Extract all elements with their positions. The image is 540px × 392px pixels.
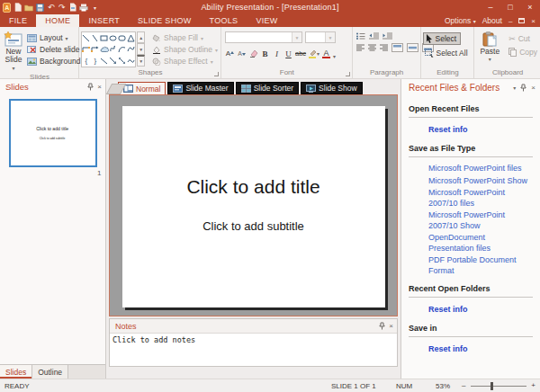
bold-button[interactable]: B [260,48,270,59]
shape-freeform-icon[interactable] [126,55,135,67]
shape-rounded-rect-icon[interactable] [117,32,126,44]
link-ppt-files[interactable]: Microsoft PowerPoint files [428,164,533,174]
tab-tools[interactable]: TOOLS [201,14,248,27]
increase-indent-button[interactable] [382,32,392,40]
export-icon[interactable] [68,2,76,13]
open-recent-reset-link[interactable]: Reset info [428,125,533,134]
select-button[interactable]: Select [423,32,462,45]
slide-editing-surface[interactable]: Click to add title Click to add subtitle [122,106,385,307]
shape-left-brace-icon[interactable]: { [82,55,91,67]
tab-file[interactable]: FILE [0,14,36,27]
shape-rectangle-icon[interactable] [100,32,109,44]
grow-font-button[interactable]: A [225,48,235,59]
zoom-slider-thumb[interactable] [490,382,493,390]
decrease-indent-button[interactable] [369,32,379,40]
font-color-button[interactable]: A [321,48,331,59]
shape-right-brace-icon[interactable]: } [91,55,100,67]
gallery-down-icon[interactable]: ▼ [137,43,145,55]
tab-slides-view[interactable]: Slides [0,365,32,379]
save-in-reset-link[interactable]: Reset info [428,344,533,353]
app-icon[interactable]: A [3,3,11,13]
qat-customize-chevron-icon[interactable]: ▾ [91,2,99,13]
undo-icon[interactable]: ↶ [47,2,55,13]
align-center-button[interactable] [368,44,376,51]
link-pdf[interactable]: PDF Portable Document Format [428,255,533,276]
tab-view[interactable]: VIEW [247,14,286,27]
view-tab-slide-show[interactable]: Slide Show [301,82,363,94]
tab-insert[interactable]: INSERT [79,14,129,27]
layout-button[interactable]: Layout▾ [25,32,82,43]
doc-restore-button[interactable] [518,18,525,23]
delete-slide-button[interactable]: Delete slide [25,44,82,55]
pin-icon[interactable] [379,322,385,330]
strikethrough-button[interactable]: abc [295,48,306,59]
gallery-more-icon[interactable]: ▼ [137,55,145,67]
close-button[interactable]: × [520,0,540,14]
font-name-combo[interactable]: ▼ [225,31,302,43]
zoom-out-button[interactable]: – [462,381,465,389]
underline-button[interactable]: U [284,48,293,59]
zoom-slider[interactable]: – + [462,379,536,392]
shape-fill-button[interactable]: Shape Fill▾ [150,32,220,43]
options-menu-button[interactable]: Options ▾ [445,16,476,25]
shape-curve-icon[interactable] [126,44,135,56]
shape-arc-icon[interactable] [117,44,126,56]
shape-double-arrow-icon[interactable] [117,55,126,67]
cut-button[interactable]: ✂ Cut [507,33,539,44]
tab-home[interactable]: HOME [36,14,79,27]
new-slide-button[interactable]: New Slide ▾ [2,29,25,73]
shape-cloud-icon[interactable] [100,44,109,56]
about-button[interactable]: About [482,16,502,25]
title-placeholder[interactable]: Click to add title [186,176,320,198]
font-size-combo[interactable]: ▼ [305,31,336,43]
clear-formatting-button[interactable] [248,48,258,59]
shape-outline-button[interactable]: Shape Outline▾ [150,44,220,55]
recent-panel-close-icon[interactable]: × [531,84,536,92]
maximize-button[interactable]: □ [500,0,520,14]
redo-icon[interactable]: ↷ [58,2,66,13]
copy-button[interactable]: Copy [507,47,539,58]
shape-scribble-icon[interactable] [109,44,118,56]
font-name-chevron-icon[interactable]: ▼ [292,32,302,42]
link-opendocument[interactable]: OpenDocument Presentation files [428,233,533,254]
save-icon[interactable] [36,2,44,13]
font-dialog-launcher-icon[interactable] [346,72,350,76]
recent-folders-reset-link[interactable]: Reset info [428,305,533,314]
recent-panel-chevron-icon[interactable]: ▾ [513,85,516,91]
shape-diagonal-line-icon[interactable] [100,55,109,67]
shrink-font-button[interactable]: A [237,48,247,59]
notes-panel-close-icon[interactable]: × [389,322,393,330]
highlight-color-button[interactable]: ▾ [308,48,320,59]
link-ppt-show[interactable]: Microsoft PowerPoint Show [428,176,533,187]
link-ppt-2007-show[interactable]: Microsoft PowerPoint 2007/10 Show [428,210,533,231]
open-folder-icon[interactable] [24,2,33,13]
print-icon[interactable] [79,2,88,13]
align-text-middle-button[interactable] [407,43,418,52]
font-size-chevron-icon[interactable]: ▼ [325,32,335,42]
shape-effect-button[interactable]: Shape Effect▾ [150,56,220,67]
shapes-gallery[interactable]: { } [81,31,136,67]
zoom-slider-track[interactable] [471,386,526,387]
background-button[interactable]: Background [25,56,82,67]
italic-button[interactable]: I [272,48,282,59]
pin-icon[interactable] [520,84,526,92]
tab-outline-view[interactable]: Outline [32,365,68,379]
zoom-in-button[interactable]: + [531,381,536,389]
select-all-button[interactable]: Select All [423,48,473,58]
minimize-button[interactable]: – [481,0,500,14]
shape-arrow-line-icon[interactable] [109,55,118,67]
shapes-dialog-launcher-icon[interactable] [214,72,219,76]
shape-ellipse-icon[interactable] [109,32,118,44]
doc-minimize-button[interactable]: – [508,17,512,25]
pin-icon[interactable] [87,83,94,91]
font-color-chevron-icon[interactable]: ▾ [333,53,336,59]
gallery-up-icon[interactable]: ▲ [137,31,145,43]
shape-line2-icon[interactable] [91,32,100,44]
bullet-list-button[interactable] [356,32,365,40]
slides-panel-close-icon[interactable]: × [97,83,102,91]
slide-thumbnail-1[interactable]: Click to add title Click to add subtitle [9,99,97,167]
shape-line-icon[interactable] [82,32,91,44]
shape-triangle-icon[interactable] [126,32,135,44]
subtitle-placeholder[interactable]: Click to add subtitle [202,219,304,233]
align-right-button[interactable] [380,44,388,51]
